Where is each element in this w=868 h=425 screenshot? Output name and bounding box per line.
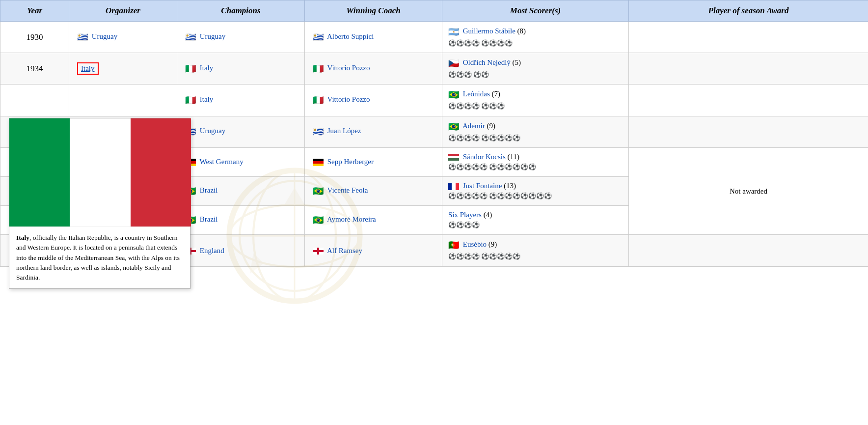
scorer-balls: ⚽⚽⚽⚽ ⚽⚽⚽⚽⚽	[448, 134, 623, 142]
coach-link[interactable]: Sepp Herberger	[327, 158, 374, 166]
italy-organizer-box[interactable]: Italy	[77, 62, 99, 75]
scorer-link[interactable]: Ademir	[462, 122, 485, 130]
organizer-cell: 🇺🇾 Uruguay	[69, 22, 177, 53]
coach-cell: 🇧🇷 Vicente Feola	[305, 177, 442, 206]
coach-link[interactable]: Alberto Suppici	[327, 32, 374, 40]
scorer-link[interactable]: Eusébio	[463, 241, 487, 249]
coach-flag-de	[313, 159, 324, 166]
scorer-link[interactable]: Oldřich Nejedlý	[463, 59, 511, 67]
award-cell	[629, 53, 868, 85]
award-cell-not-awarded: Not awarded	[629, 147, 868, 235]
scorer-balls: ⚽⚽⚽⚽⚽ ⚽⚽⚽⚽⚽⚽	[448, 163, 623, 171]
svg-rect-17	[313, 250, 324, 252]
italy-description: Italy, officially the Italian Republic, …	[9, 227, 190, 288]
col-header-organizer: Organizer	[69, 0, 177, 22]
year-cell	[0, 85, 69, 116]
champion-flag: 🇮🇹	[185, 63, 196, 74]
champion-link[interactable]: Uruguay	[200, 127, 226, 135]
england-flag-coach	[313, 248, 324, 255]
scorer-cell: 🇦🇷 Guillermo Stábile (8) ⚽⚽⚽⚽ ⚽⚽⚽⚽	[442, 22, 629, 53]
champion-cell: 🇺🇾 Uruguay	[177, 116, 305, 147]
coach-link[interactable]: Vittorio Pozzo	[327, 96, 370, 104]
award-cell	[629, 22, 868, 53]
champion-cell: 🇮🇹 Italy	[177, 85, 305, 116]
organizer-flag: 🇺🇾	[77, 32, 88, 43]
italy-flag-image	[9, 118, 191, 227]
scorer-cell: 🇧🇷 Leônidas (7) ⚽⚽⚽⚽ ⚽⚽⚽	[442, 85, 629, 116]
award-cell	[629, 85, 868, 116]
coach-flag: 🇧🇷	[313, 186, 324, 197]
coach-link[interactable]: Vicente Feola	[327, 187, 368, 195]
col-header-year: Year	[0, 0, 69, 22]
coach-link[interactable]: Alf Ramsey	[327, 247, 362, 255]
champion-link[interactable]: England	[200, 247, 224, 255]
col-header-scorer: Most Scorer(s)	[442, 0, 629, 22]
champion-cell: 🇺🇾 Uruguay	[177, 22, 305, 53]
scorer-balls: ⚽⚽⚽⚽ ⚽⚽⚽⚽⚽	[448, 252, 623, 261]
table-row: 1934 Italy 🇮🇹 Italy 🇮🇹 Vittorio Pozzo 🇨🇿…	[0, 53, 868, 85]
scorer-cell: 🇨🇿 Oldřich Nejedlý (5) ⚽⚽⚽ ⚽⚽	[442, 53, 629, 85]
scorer-cell: 🇧🇷 Ademir (9) ⚽⚽⚽⚽ ⚽⚽⚽⚽⚽	[442, 116, 629, 147]
champion-link[interactable]: Italy	[200, 64, 214, 72]
coach-cell: 🇺🇾 Juan López	[305, 116, 442, 147]
champion-cell: 🇧🇷 Brazil	[177, 177, 305, 206]
scorer-balls: ⚽⚽⚽⚽⚽ ⚽⚽⚽⚽⚽⚽⚽⚽	[448, 192, 623, 200]
flag-red	[131, 118, 191, 227]
scorer-name: Six Players	[448, 211, 482, 219]
col-header-coach: Winning Coach	[305, 0, 442, 22]
coach-link[interactable]: Vittorio Pozzo	[327, 64, 370, 72]
header-row: Year Organizer Champions Winning Coach M…	[0, 0, 868, 22]
scorer-link[interactable]: Leônidas	[463, 90, 490, 98]
scorer-flag-hu	[448, 154, 459, 161]
champion-cell: 🇮🇹 Italy	[177, 53, 305, 85]
coach-flag: 🇮🇹	[313, 63, 324, 74]
coach-flag: 🇺🇾	[313, 32, 324, 43]
scorer-balls: ⚽⚽⚽⚽ ⚽⚽⚽	[448, 102, 623, 111]
scorer-balls: ⚽⚽⚽⚽ ⚽⚽⚽⚽	[448, 39, 623, 48]
italy-desc-text: , officially the Italian Republic, is a …	[16, 234, 180, 281]
italy-name-bold: Italy	[16, 234, 29, 241]
scorer-flag: 🇵🇹	[448, 240, 459, 251]
organizer-cell-italy: Italy	[69, 53, 177, 85]
scorer-cell: 🇵🇹 Eusébio (9) ⚽⚽⚽⚽ ⚽⚽⚽⚽⚽	[442, 235, 629, 266]
scorer-cell: Six Players (4) ⚽⚽⚽⚽	[442, 206, 629, 235]
coach-flag: 🇮🇹	[313, 95, 324, 106]
champion-link[interactable]: West Germany	[199, 158, 243, 166]
scorer-flag: 🇨🇿	[448, 58, 459, 69]
champion-link[interactable]: Brazil	[200, 187, 218, 195]
year-cell: 1930	[0, 22, 69, 53]
flag-green	[9, 118, 70, 227]
coach-flag: 🇧🇷	[313, 215, 324, 226]
scorer-link[interactable]: Guillermo Stábile	[463, 28, 515, 35]
year-cell: 1934	[0, 53, 69, 85]
table-row: 1930 🇺🇾 Uruguay 🇺🇾 Uruguay 🇺🇾 Alberto Su…	[0, 22, 868, 53]
page-wrapper: Year Organizer Champions Winning Coach M…	[0, 0, 868, 425]
flag-white	[70, 118, 130, 227]
coach-cell: 🇺🇾 Alberto Suppici	[305, 22, 442, 53]
col-header-champions: Champions	[177, 0, 305, 22]
champion-flag: 🇮🇹	[185, 95, 196, 106]
coach-flag: 🇺🇾	[313, 126, 324, 137]
col-header-award: Player of season Award	[629, 0, 868, 22]
scorer-balls: ⚽⚽⚽⚽	[448, 221, 623, 229]
champion-link[interactable]: Brazil	[200, 216, 218, 224]
organizer-cell	[69, 85, 177, 116]
coach-cell: 🇮🇹 Vittorio Pozzo	[305, 85, 442, 116]
coach-link[interactable]: Juan López	[327, 127, 361, 135]
champion-flag: 🇺🇾	[185, 32, 196, 43]
champion-cell: 🇧🇷 Brazil	[177, 206, 305, 235]
champion-link[interactable]: Uruguay	[200, 32, 226, 40]
scorer-link[interactable]: Just Fontaine	[463, 182, 502, 190]
coach-link[interactable]: Aymoré Moreira	[327, 216, 376, 224]
table-row: 🇮🇹 Italy 🇮🇹 Vittorio Pozzo 🇧🇷 Leônidas (…	[0, 85, 868, 116]
champion-link[interactable]: Italy	[200, 96, 214, 104]
scorer-flag: 🇦🇷	[448, 27, 459, 37]
scorer-cell: Just Fontaine (13) ⚽⚽⚽⚽⚽ ⚽⚽⚽⚽⚽⚽⚽⚽	[442, 177, 629, 206]
scorer-link[interactable]: Sándor Kocsis	[463, 153, 506, 161]
coach-cell: 🇧🇷 Aymoré Moreira	[305, 206, 442, 235]
coach-cell: Sepp Herberger	[305, 147, 442, 176]
scorer-cell: Sándor Kocsis (11) ⚽⚽⚽⚽⚽ ⚽⚽⚽⚽⚽⚽	[442, 147, 629, 176]
coach-cell: Alf Ramsey	[305, 235, 442, 266]
organizer-link[interactable]: Uruguay	[92, 32, 118, 40]
scorer-flag-fr	[448, 183, 459, 190]
